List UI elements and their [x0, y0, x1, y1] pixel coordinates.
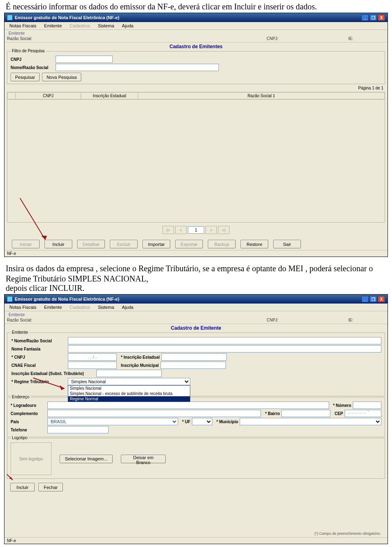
complemento-label: Complemento — [11, 411, 47, 416]
menu-cadastros: Cadastros — [67, 23, 94, 29]
municipio-select[interactable] — [240, 418, 381, 425]
incluir-button-2[interactable]: Incluir — [10, 483, 35, 491]
telefone-input[interactable] — [47, 426, 109, 433]
filter-nome-input[interactable] — [56, 64, 219, 71]
nova-pesquisa-button[interactable]: Nova Pesquisa — [42, 73, 81, 81]
nav-next-button[interactable]: > — [205, 226, 217, 234]
exportar-button: Exportar — [175, 240, 203, 248]
emitente-fieldset: Emitente * Nome/Razão Social Nome Fantas… — [7, 333, 385, 396]
filter-cnpj-input[interactable] — [56, 56, 113, 63]
detalhar-button: Detalhar — [77, 240, 105, 248]
logotipo-legend: Logotipo — [11, 435, 29, 440]
nome-razao-input[interactable] — [68, 337, 381, 344]
titlebar-2: Emissor gratuito de Nota Fiscal Eletrôni… — [4, 295, 388, 304]
cep-label: CEP — [330, 411, 345, 416]
page-title-2: Cadastro de Emitente — [4, 324, 388, 332]
uf-select[interactable] — [192, 418, 212, 425]
svg-marker-3 — [60, 385, 65, 390]
close-button[interactable]: X — [378, 14, 385, 21]
logotipo-fieldset: Logotipo Sem logotipo Selecionar Imagem.… — [7, 438, 385, 479]
selecionar-imagem-button[interactable]: Selecionar Imagem... — [60, 455, 113, 463]
titlebar-text: Emissor gratuito de Nota Fiscal Eletrôni… — [15, 297, 119, 301]
close-button[interactable]: X — [378, 296, 385, 302]
maximize-button[interactable]: ❐ — [370, 296, 377, 302]
minimize-button[interactable]: _ — [361, 296, 369, 302]
required-note: (*) Campo de preenchimento obrigatório. — [314, 530, 385, 536]
menu-notas-fiscais[interactable]: Notas Fiscais — [6, 304, 40, 310]
endereco-legend: Endereço — [11, 395, 31, 399]
bottom-button-row-1: Iniciar Incluir Detalhar Excluir Importa… — [4, 237, 388, 252]
menubar-2: Notas Fiscais Emitente Cadastros Sistema… — [4, 304, 388, 311]
excluir-button: Excluir — [110, 240, 138, 248]
grid-col-cnpj[interactable]: CNPJ — [16, 92, 81, 99]
deixar-em-branco-button[interactable]: Deixar em Branco — [121, 455, 166, 463]
intro-paragraph-3: depois clicar INCLUIR. — [6, 283, 386, 293]
status-bar-1: NF-e — [4, 250, 388, 257]
cep-input-mask[interactable]: _____-___ — [345, 408, 381, 419]
nome-fantasia-input[interactable] — [68, 345, 381, 353]
nav-first-button[interactable]: |< — [163, 226, 174, 234]
complemento-input[interactable] — [47, 410, 261, 417]
grid-col-ie[interactable]: Inscrição Estadual — [81, 92, 138, 99]
logradouro-label: * Logradouro — [11, 403, 47, 408]
grid-col-checkbox[interactable] — [7, 92, 16, 99]
insc-est-label: * Inscrição Estadual — [117, 355, 161, 359]
emitente-header: Emitente — [7, 31, 385, 36]
cnpj-label: CNPJ: — [267, 36, 348, 41]
minimize-button[interactable]: _ — [361, 14, 369, 21]
intro-paragraph-1: É necessário informar os dados do emisso… — [6, 2, 386, 12]
iniciar-button: Iniciar — [12, 240, 40, 248]
cnpj-input[interactable] — [68, 353, 117, 361]
regime-select[interactable]: Simples Nacional — [68, 378, 190, 385]
menu-notas-fiscais[interactable]: Notas Fiscais — [6, 23, 40, 29]
ie-label-2: IE: — [348, 318, 385, 322]
regime-option-0[interactable]: Simples Nacional — [68, 386, 190, 391]
nav-prev-button[interactable]: < — [175, 226, 187, 234]
pais-select[interactable]: BRASIL — [47, 418, 178, 425]
menu-cadastros: Cadastros — [67, 304, 94, 310]
sair-button[interactable]: Sair — [273, 240, 301, 248]
menu-sistema[interactable]: Sistema — [95, 304, 118, 310]
page-title: Cadastro de Emitentes — [4, 42, 388, 50]
insc-est-st-input[interactable] — [96, 370, 162, 377]
pagination-nav: |< < > >| — [4, 224, 388, 237]
cnae-input[interactable] — [68, 362, 117, 369]
pesquisar-button[interactable]: Pesquisar — [11, 73, 40, 81]
results-grid: CNPJ Inscrição Estadual Razão Social ‡ — [7, 92, 385, 223]
titlebar-1: Emissor gratuito de Nota Fiscal Eletrôni… — [4, 13, 388, 22]
insc-mun-label: Inscrição Municipal — [117, 363, 160, 368]
municipio-label: * Município — [212, 420, 240, 424]
menu-sistema[interactable]: Sistema — [95, 23, 118, 29]
fechar-button[interactable]: Fechar — [38, 483, 63, 491]
importar-button[interactable]: Importar — [143, 240, 170, 248]
nav-last-button[interactable]: >| — [218, 226, 229, 234]
cnpj-field-label: * CNPJ — [11, 355, 68, 359]
emitente-header-2: Emitente — [7, 313, 385, 318]
app-icon — [7, 296, 13, 302]
app-window-2: Emissor gratuito de Nota Fiscal Eletrôni… — [4, 294, 388, 544]
regime-option-2[interactable]: Regime Normal — [68, 396, 190, 402]
cnpj-label-2: CNPJ: — [267, 318, 348, 322]
menu-emitente[interactable]: Emitente — [41, 304, 65, 310]
insc-est-input[interactable] — [161, 353, 227, 361]
filter-cnpj-label: CNPJ — [11, 57, 56, 62]
grid-col-razao[interactable]: Razão Social ‡ — [138, 92, 385, 99]
incluir-button[interactable]: Incluir — [45, 240, 72, 248]
emitente-legend: Emitente — [11, 330, 29, 335]
filter-fieldset: Filtro de Pesquisa CNPJ Nome/Razão Socia… — [7, 51, 385, 84]
maximize-button[interactable]: ❐ — [370, 14, 377, 21]
regime-option-1[interactable]: Simples Nacional - excesso de sublimite … — [68, 391, 190, 396]
nav-page-input[interactable] — [188, 226, 204, 234]
menu-ajuda[interactable]: Ajuda — [119, 23, 137, 29]
menu-ajuda[interactable]: Ajuda — [119, 304, 137, 310]
restore-button[interactable]: Restore — [241, 240, 268, 248]
menu-emitente[interactable]: Emitente — [41, 23, 65, 29]
insc-mun-input[interactable] — [160, 362, 226, 369]
logo-preview: Sem logotipo — [11, 442, 51, 475]
regime-dropdown-list: Simples Nacional Simples Nacional - exce… — [68, 385, 190, 402]
page-indicator: Página 1 de 1 — [4, 85, 388, 91]
logradouro-input[interactable] — [47, 402, 329, 409]
bairro-input[interactable] — [281, 410, 330, 417]
numero-label: * Número — [329, 403, 353, 408]
nome-fantasia-label: Nome Fantasia — [11, 347, 68, 351]
